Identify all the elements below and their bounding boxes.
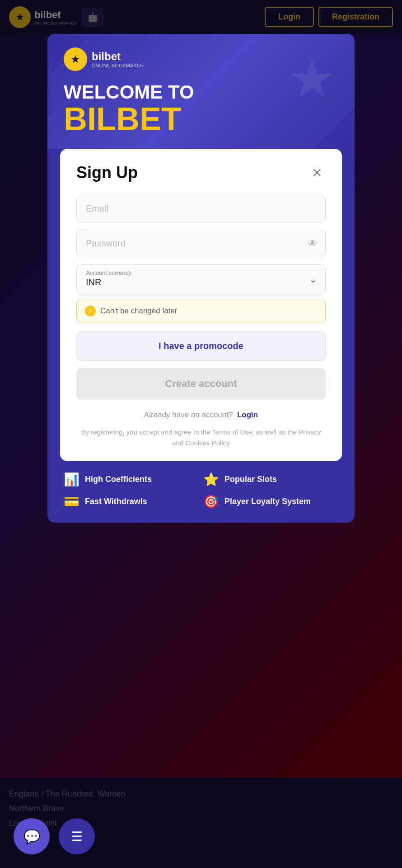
eye-icon[interactable]: 👁 bbox=[308, 238, 318, 250]
currency-selector[interactable]: Account currency INR ⌄ bbox=[76, 264, 326, 294]
menu-button[interactable]: ☰ bbox=[59, 818, 95, 854]
form-header: Sign Up ✕ bbox=[76, 163, 326, 182]
feature-icon: 📊 bbox=[64, 472, 79, 487]
login-prompt: Already have an account? Login bbox=[76, 410, 326, 420]
currency-warning: ! Can't be changed later bbox=[76, 300, 326, 322]
brand-logo-tagline: ONLINE BOOKMAKER bbox=[92, 63, 144, 68]
feature-item: ⭐Popular Slots bbox=[203, 472, 338, 487]
chat-icon: 💬 bbox=[23, 829, 40, 844]
currency-label: Account currency bbox=[86, 269, 316, 276]
chat-button[interactable]: 💬 bbox=[14, 818, 50, 854]
features-grid: 📊High Coefficients⭐Popular Slots💳Fast Wi… bbox=[47, 461, 355, 509]
create-account-button[interactable]: Create account bbox=[76, 368, 326, 400]
form-title: Sign Up bbox=[76, 163, 138, 182]
warning-icon: ! bbox=[85, 306, 96, 316]
brand-logo-icon: ★ bbox=[64, 47, 87, 71]
feature-label: Player Loyalty System bbox=[224, 497, 311, 506]
feature-label: High Coefficients bbox=[85, 475, 152, 484]
feature-icon: ⭐ bbox=[203, 472, 219, 487]
feature-item: 💳Fast Withdrawls bbox=[64, 494, 199, 509]
promocode-button[interactable]: I have a promocode bbox=[76, 331, 326, 361]
close-button[interactable]: ✕ bbox=[308, 164, 326, 182]
feature-icon: 💳 bbox=[64, 494, 79, 509]
password-wrap: 👁 bbox=[76, 230, 326, 257]
currency-value: INR bbox=[86, 277, 101, 287]
menu-icon: ☰ bbox=[71, 829, 83, 844]
feature-label: Popular Slots bbox=[224, 475, 277, 484]
brand-logo-name: bilbet bbox=[92, 50, 144, 63]
password-input[interactable] bbox=[76, 230, 326, 257]
login-prompt-text: Already have an account? bbox=[144, 410, 233, 419]
feature-item: 🎯Player Loyalty System bbox=[203, 494, 338, 509]
feature-item: 📊High Coefficients bbox=[64, 472, 199, 487]
warning-text: Can't be changed later bbox=[100, 307, 178, 316]
feature-label: Fast Withdrawls bbox=[85, 497, 147, 506]
email-input[interactable] bbox=[76, 195, 326, 222]
brand-logo-textblock: bilbet ONLINE BOOKMAKER bbox=[92, 50, 144, 68]
terms-text: By registering, you accept and agree to … bbox=[76, 427, 326, 448]
login-link[interactable]: Login bbox=[237, 410, 258, 419]
feature-icon: 🎯 bbox=[203, 494, 219, 509]
star-decoration: ★ bbox=[288, 47, 337, 110]
form-card: Sign Up ✕ 👁 Account currency INR ⌄ ! Can… bbox=[60, 149, 342, 461]
modal-branding: ★ ★ bilbet ONLINE BOOKMAKER WELCOME TO B… bbox=[47, 34, 355, 149]
signup-modal: ★ ★ bilbet ONLINE BOOKMAKER WELCOME TO B… bbox=[47, 34, 355, 523]
chevron-down-icon: ⌄ bbox=[309, 274, 317, 285]
